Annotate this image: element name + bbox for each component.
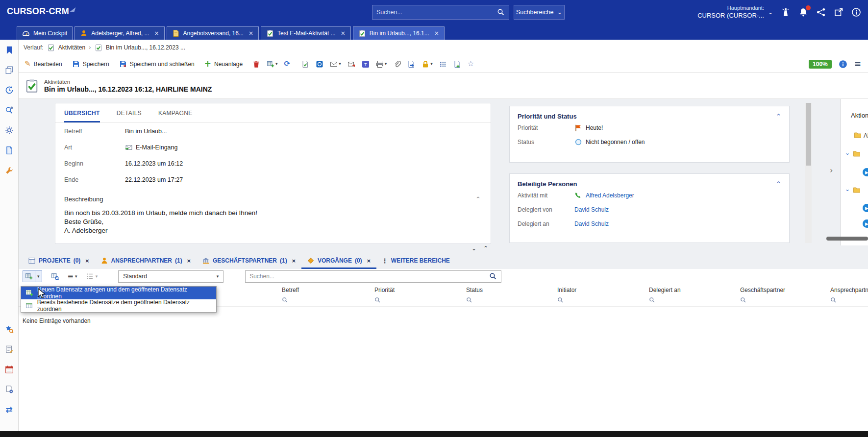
attachment-paperclip-icon[interactable] xyxy=(393,60,401,68)
close-icon[interactable]: × xyxy=(154,30,159,36)
breadcrumb-item-aktivitaeten[interactable]: Aktivitäten xyxy=(58,44,85,51)
info-icon[interactable] xyxy=(851,7,861,17)
tools-wrench-icon[interactable] xyxy=(4,165,15,176)
calendar-icon[interactable] xyxy=(4,364,15,375)
scrollbar-thumb[interactable] xyxy=(806,103,811,166)
lighthouse-icon[interactable] xyxy=(781,7,791,17)
tab-details[interactable]: DETAILS xyxy=(117,110,142,122)
close-icon[interactable]: × xyxy=(187,258,191,264)
subtab-projekte[interactable]: PROJEKTE (0) × xyxy=(23,254,95,269)
close-icon[interactable]: × xyxy=(292,258,296,264)
gear-icon[interactable] xyxy=(4,125,15,136)
dropdown-arrow-icon[interactable]: ▾ xyxy=(35,270,42,282)
lock-icon[interactable]: ▾ xyxy=(422,60,433,68)
print-icon[interactable]: ▾ xyxy=(376,60,387,68)
tab-angebotsversand[interactable]: Angebotsversand, 16... × xyxy=(167,26,259,40)
notifications-bell-icon[interactable] xyxy=(798,7,808,17)
chevron-down-icon[interactable]: ⌄ xyxy=(845,186,850,192)
collapse-chevron-icon[interactable]: ⌃ xyxy=(475,196,481,202)
collapse-up-icon[interactable]: ⌃ xyxy=(483,245,488,251)
menu-icon[interactable]: ≡ xyxy=(854,60,861,68)
list-columns-icon[interactable] xyxy=(439,60,447,68)
tenant-switcher[interactable]: Hauptmandant: CURSOR (CURSOR-... ⌄ xyxy=(697,4,773,20)
document-settings-icon[interactable] xyxy=(4,384,15,395)
history-icon[interactable] xyxy=(4,85,15,96)
table-add-icon[interactable] xyxy=(23,270,35,282)
favorites-search-icon[interactable] xyxy=(4,324,15,335)
menu-item-new-record[interactable]: Neuen Datensatz anlegen und dem geöffnet… xyxy=(21,287,216,299)
document-icon[interactable] xyxy=(4,145,15,156)
new-record-button[interactable]: + Neuanlage xyxy=(204,60,243,68)
column-header[interactable]: Betreff xyxy=(282,287,299,293)
tab-kampagne[interactable]: KAMPAGNE xyxy=(158,110,193,122)
edit-button[interactable]: ✎ Bearbeiten xyxy=(25,60,62,68)
action-run-icon[interactable]: ▶ xyxy=(863,204,868,212)
info-filled-icon[interactable] xyxy=(839,60,847,69)
column-filter-icon[interactable] xyxy=(830,297,837,305)
person-link[interactable]: David Schulz xyxy=(574,220,609,227)
column-filter-icon[interactable] xyxy=(374,297,381,305)
export-document-icon[interactable] xyxy=(407,60,415,68)
search-icon[interactable] xyxy=(489,272,497,280)
email-icon[interactable]: ▾ xyxy=(330,60,341,68)
outlook-app-icon[interactable] xyxy=(316,60,323,68)
column-header[interactable]: Ansprechpartner xyxy=(830,287,868,293)
menu-item-assign-existing[interactable]: Bereits bestehende Datensätze dem geöffn… xyxy=(21,299,216,312)
close-icon[interactable]: × xyxy=(248,30,253,36)
open-in-new-icon[interactable] xyxy=(834,7,843,17)
folder-icon[interactable] xyxy=(854,131,862,139)
column-header[interactable]: Initiator xyxy=(557,287,576,293)
zoom-badge[interactable]: 100% xyxy=(809,60,832,69)
list-menu-icon[interactable]: ≡ ▾ xyxy=(68,273,77,280)
close-icon[interactable]: × xyxy=(367,258,371,264)
person-link[interactable]: David Schulz xyxy=(574,206,609,213)
global-search-input[interactable] xyxy=(376,9,497,16)
delete-trash-icon[interactable] xyxy=(252,60,260,68)
search-settings-icon[interactable] xyxy=(4,105,15,116)
column-filter-icon[interactable] xyxy=(557,297,564,305)
refresh-icon[interactable]: ⟳ xyxy=(284,60,291,68)
tab-test-email-aktivitaet[interactable]: Test E-Mail-Aktivität ... × xyxy=(261,26,351,40)
column-filter-icon[interactable] xyxy=(740,297,746,305)
column-filter-icon[interactable] xyxy=(282,297,288,305)
search-icon[interactable] xyxy=(497,8,505,16)
tab-uebersicht[interactable]: ÜBERSICHT xyxy=(64,110,100,122)
tab-adelsberger[interactable]: Adelsberger, Alfred, ... × xyxy=(74,26,164,40)
list-search-input[interactable] xyxy=(249,273,486,280)
column-filter-icon[interactable] xyxy=(649,297,655,305)
search-areas-button[interactable]: Suchbereiche ⌄ xyxy=(514,5,565,20)
close-icon[interactable]: × xyxy=(434,30,439,36)
table-add-icon[interactable]: ▾ xyxy=(267,60,278,68)
save-button[interactable]: Speichern xyxy=(72,60,109,68)
column-header[interactable]: Priorität xyxy=(374,287,395,293)
add-record-split-button[interactable]: ▾ xyxy=(23,270,42,282)
column-filter-icon[interactable] xyxy=(466,297,472,305)
breadcrumb-item-current[interactable]: Bin im Urlaub..., 16.12.2023 ... xyxy=(106,44,185,51)
save-and-close-button[interactable]: Speichern und schließen xyxy=(119,60,195,68)
collapse-chevron-icon[interactable]: ⌃ xyxy=(776,181,781,187)
teams-icon[interactable]: T xyxy=(362,60,370,68)
horizontal-scrollbar[interactable] xyxy=(826,237,868,241)
bookmark-icon[interactable] xyxy=(4,45,15,55)
close-icon[interactable]: × xyxy=(85,258,89,264)
copy-windows-icon[interactable] xyxy=(4,65,15,75)
table-assign-icon[interactable] xyxy=(51,272,59,280)
subtab-vorgaenge[interactable]: VORGÄNGE (0) × xyxy=(301,254,376,269)
action-run-icon[interactable]: ▶ xyxy=(863,168,868,176)
collapse-chevron-icon[interactable]: ⌃ xyxy=(776,113,781,120)
share-icon[interactable] xyxy=(816,7,826,17)
vertical-scrollbar[interactable] xyxy=(805,103,812,243)
action-run-icon[interactable]: ▶ xyxy=(863,219,868,228)
folder-icon[interactable] xyxy=(853,186,861,194)
column-header[interactable]: Status xyxy=(466,287,483,293)
sort-list-icon[interactable]: ▾ xyxy=(86,272,98,280)
email-important-icon[interactable] xyxy=(347,60,355,68)
subtab-ansprechpartner[interactable]: ANSPRECHPARTNER (1) × xyxy=(95,254,197,269)
favorite-star-icon[interactable]: ☆ xyxy=(468,60,474,68)
sync-swap-icon[interactable]: ⇄ xyxy=(4,404,15,415)
notes-icon[interactable] xyxy=(4,344,15,355)
subtab-weitere-bereiche[interactable]: ⋮ WEITERE BEREICHE xyxy=(376,254,455,269)
document-add-icon[interactable] xyxy=(453,60,461,68)
panel-expander-icon[interactable]: › xyxy=(830,167,833,174)
subtab-geschaeftspartner[interactable]: GESCHÄFTSPARTNER (1) × xyxy=(197,254,301,269)
